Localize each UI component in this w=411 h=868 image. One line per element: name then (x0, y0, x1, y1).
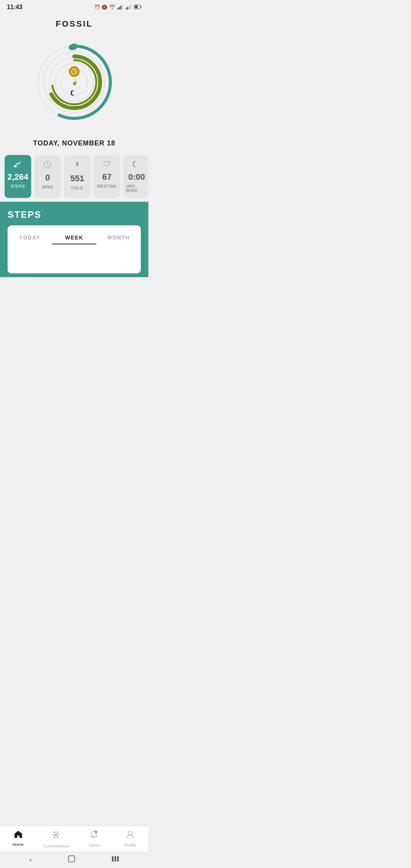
app-title: FOSSIL (56, 19, 92, 29)
activity-ring-container (0, 33, 148, 136)
steps-icon (13, 160, 22, 170)
mins-label: MINS (42, 185, 53, 189)
steps-section: STEPS TODAY WEEK MONTH (0, 202, 148, 277)
steps-label: STEPS (11, 184, 25, 188)
cals-value: 551 (70, 174, 84, 183)
steps-section-title: STEPS (8, 209, 41, 220)
svg-rect-5 (127, 7, 128, 10)
cals-icon (73, 160, 81, 171)
svg-rect-2 (120, 6, 121, 10)
flame-icon (70, 78, 78, 89)
tab-today[interactable]: TODAY (8, 231, 52, 244)
stats-row: 2,264 STEPS 0 MINS 551 CALS 6 (0, 155, 148, 198)
shoe-icon (68, 42, 78, 51)
mins-icon (43, 160, 52, 171)
battery-icon (134, 5, 142, 10)
stat-mins[interactable]: 0 MINS (34, 155, 61, 198)
sleep-value: 0:00 (128, 172, 145, 182)
stat-resting[interactable]: 67 RESTING (94, 155, 120, 198)
stat-cals[interactable]: 551 CALS (64, 155, 91, 198)
wifi-icon (109, 4, 116, 11)
resting-icon (103, 160, 111, 170)
status-time: 11:43 (7, 4, 22, 11)
svg-rect-7 (130, 5, 131, 10)
resting-value: 67 (102, 172, 112, 182)
date-label: TODAY, NOVEMBER 18 (0, 136, 148, 155)
ring-center-icons (69, 66, 80, 98)
period-tabs: TODAY WEEK MONTH (8, 225, 141, 251)
svg-rect-6 (129, 6, 130, 10)
moon-icon (71, 89, 78, 98)
status-icons: ⏰ 🔕 (94, 4, 142, 11)
mute-icon: 🔕 (102, 5, 107, 10)
period-card: TODAY WEEK MONTH (8, 225, 141, 273)
svg-rect-10 (140, 6, 142, 8)
mins-value: 0 (45, 173, 50, 183)
sleep-label: HRS MINS (126, 184, 147, 193)
stat-steps[interactable]: 2,264 STEPS (5, 155, 31, 198)
svg-rect-9 (135, 5, 138, 8)
ring-svg-wrap (29, 37, 120, 128)
tab-week[interactable]: WEEK (52, 231, 97, 244)
resting-label: RESTING (97, 184, 116, 188)
clock-icon (69, 66, 80, 77)
svg-point-24 (14, 165, 17, 168)
app-header: FOSSIL (0, 13, 148, 33)
svg-rect-4 (126, 8, 127, 10)
sleep-icon (133, 160, 140, 170)
period-content (8, 251, 141, 273)
signal-icon (117, 4, 124, 11)
tab-month[interactable]: MONTH (96, 231, 141, 244)
cals-label: CALS (71, 186, 83, 190)
svg-line-23 (74, 72, 75, 72)
svg-rect-0 (117, 8, 118, 10)
svg-line-27 (48, 164, 49, 165)
alarm-icon: ⏰ (94, 5, 100, 10)
status-bar: 11:43 ⏰ 🔕 (0, 0, 148, 13)
svg-rect-1 (119, 7, 120, 10)
svg-rect-3 (122, 5, 123, 10)
stat-sleep[interactable]: 0:00 HRS MINS (123, 155, 148, 198)
steps-value: 2,264 (7, 172, 28, 182)
signal2-icon (126, 4, 132, 11)
